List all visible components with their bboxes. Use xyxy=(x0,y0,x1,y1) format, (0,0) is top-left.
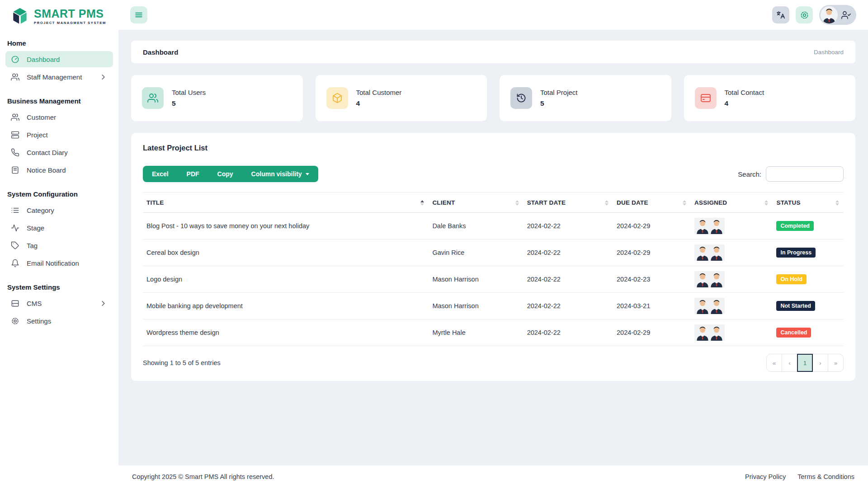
cell-title: Blog Post - 10 ways to save money on you… xyxy=(143,213,429,239)
sidebar-item-staff-management[interactable]: Staff Management xyxy=(5,69,113,85)
status-badge: On Hold xyxy=(776,274,807,284)
column-header-status[interactable]: STATUS xyxy=(773,192,844,213)
table-row: Mobile banking app development Mason Har… xyxy=(143,293,844,319)
sidebar-item-label: Category xyxy=(27,206,54,214)
sidebar-item-stage[interactable]: Stage xyxy=(5,220,113,236)
board-icon xyxy=(11,166,19,174)
cell-start-date: 2024-02-22 xyxy=(524,239,613,266)
cell-client: Mason Harrison xyxy=(429,266,523,293)
pagination-next[interactable]: › xyxy=(812,354,828,372)
gauge-icon xyxy=(11,55,19,64)
column-visibility-button[interactable]: Column visibility xyxy=(242,166,318,182)
copy-button[interactable]: Copy xyxy=(208,166,242,182)
brand-logo[interactable]: SMART PMS PROJECT MANAGMENT SYSTEM xyxy=(0,0,118,28)
privacy-policy-link[interactable]: Privacy Policy xyxy=(745,473,786,480)
search-input[interactable] xyxy=(766,166,844,182)
cell-assigned xyxy=(691,266,773,293)
user-check-icon xyxy=(841,10,851,20)
assignee-avatar xyxy=(708,298,725,314)
column-header-start-date[interactable]: START DATE xyxy=(524,192,613,213)
sidebar-item-label: Notice Board xyxy=(27,166,66,174)
chevron-right-icon xyxy=(99,73,108,81)
cell-client: Myrtle Hale xyxy=(429,319,523,346)
sidebar-section-home: Home xyxy=(0,28,118,50)
cell-due-date: 2024-03-21 xyxy=(613,293,691,319)
brand-logo-icon xyxy=(10,6,30,26)
users-icon xyxy=(142,87,164,109)
column-header-due-date[interactable]: DUE DATE xyxy=(613,192,691,213)
column-header-assigned[interactable]: ASSIGNED xyxy=(691,192,773,213)
project-table-wrap: TITLE CLIENT START DATE xyxy=(131,182,855,346)
table-row: Blog Post - 10 ways to save money on you… xyxy=(143,213,844,239)
package-icon xyxy=(326,87,348,109)
stat-label: Total Contact xyxy=(725,89,764,96)
cell-due-date: 2024-02-29 xyxy=(613,213,691,239)
cell-start-date: 2024-02-22 xyxy=(524,319,613,346)
pagination-prev[interactable]: ‹ xyxy=(782,354,797,372)
cell-start-date: 2024-02-22 xyxy=(524,213,613,239)
cell-due-date: 2024-02-29 xyxy=(613,319,691,346)
sidebar-item-customer[interactable]: Customer xyxy=(5,109,113,125)
activity-icon xyxy=(11,224,19,232)
bell-icon xyxy=(11,259,19,267)
settings-button[interactable] xyxy=(796,6,813,23)
users-icon xyxy=(11,113,19,122)
cell-status: Cancelled xyxy=(773,319,844,346)
stat-value: 4 xyxy=(356,99,402,108)
terms-conditions-link[interactable]: Terms & Conditions xyxy=(797,473,854,480)
cell-status: Not Started xyxy=(773,293,844,319)
sidebar-nav: Home Dashboard Staff Management Business… xyxy=(0,28,118,329)
cell-client: Dale Banks xyxy=(429,213,523,239)
stat-card-total-contact: Total Contact 4 xyxy=(684,75,856,121)
history-clock-icon xyxy=(510,87,532,109)
table-search: Search: xyxy=(738,166,844,182)
footer-links: Privacy Policy Terms & Conditions xyxy=(745,473,854,480)
latest-project-panel: Latest Project List Excel PDF Copy Colum… xyxy=(131,133,855,381)
sidebar-item-settings[interactable]: Settings xyxy=(5,313,113,329)
cell-assigned xyxy=(691,319,773,346)
menu-toggle-button[interactable] xyxy=(130,6,147,23)
excel-button[interactable]: Excel xyxy=(143,166,178,182)
status-badge: Completed xyxy=(776,221,814,231)
page-content: Dashboard Dashboard Total Users 5 xyxy=(118,30,868,465)
sidebar-item-email-notification[interactable]: Email Notification xyxy=(5,255,113,271)
cell-client: Gavin Rice xyxy=(429,239,523,266)
sidebar-item-category[interactable]: Category xyxy=(5,202,113,218)
cell-title: Logo design xyxy=(143,266,429,293)
cell-assigned xyxy=(691,213,773,239)
pdf-button[interactable]: PDF xyxy=(178,166,208,182)
breadcrumb-path[interactable]: Dashboard xyxy=(814,49,844,56)
main-column: Dashboard Dashboard Total Users 5 xyxy=(118,0,868,488)
breadcrumb: Dashboard Dashboard xyxy=(131,41,855,63)
server-icon xyxy=(11,131,19,139)
copyright-text: Copyright 2025 © Smart PMS All rights re… xyxy=(132,473,274,480)
column-header-client[interactable]: CLIENT xyxy=(429,192,523,213)
column-visibility-label: Column visibility xyxy=(251,170,302,178)
user-menu[interactable] xyxy=(819,5,856,25)
sort-icon xyxy=(683,200,686,206)
sidebar-item-cms[interactable]: CMS xyxy=(5,295,113,311)
avatar-image xyxy=(821,6,838,23)
phone-icon xyxy=(11,148,19,157)
sidebar-item-dashboard[interactable]: Dashboard xyxy=(5,51,113,67)
cell-status: On Hold xyxy=(773,266,844,293)
pagination-first[interactable]: « xyxy=(766,354,782,372)
cell-start-date: 2024-02-22 xyxy=(524,293,613,319)
translate-button[interactable] xyxy=(772,6,789,23)
stat-value: 5 xyxy=(540,99,578,108)
pagination-page-1[interactable]: 1 xyxy=(797,354,813,372)
stat-card-total-customer: Total Customer 4 xyxy=(316,75,487,121)
column-header-title[interactable]: TITLE xyxy=(143,192,429,213)
chevron-right-icon xyxy=(99,299,108,308)
sidebar-item-project[interactable]: Project xyxy=(5,127,113,143)
sidebar-item-label: Project xyxy=(27,131,48,139)
sidebar-item-notice-board[interactable]: Notice Board xyxy=(5,162,113,178)
table-footer: Showing 1 to 5 of 5 entries « ‹ 1 › » xyxy=(131,346,855,381)
app-root: SMART PMS PROJECT MANAGMENT SYSTEM Home … xyxy=(0,0,868,488)
sidebar-item-tag[interactable]: Tag xyxy=(5,237,113,253)
sidebar: SMART PMS PROJECT MANAGMENT SYSTEM Home … xyxy=(0,0,118,488)
cell-due-date: 2024-02-29 xyxy=(613,239,691,266)
pagination-last[interactable]: » xyxy=(828,354,844,372)
sidebar-item-contact-diary[interactable]: Contact Diary xyxy=(5,144,113,160)
cell-status: Completed xyxy=(773,213,844,239)
